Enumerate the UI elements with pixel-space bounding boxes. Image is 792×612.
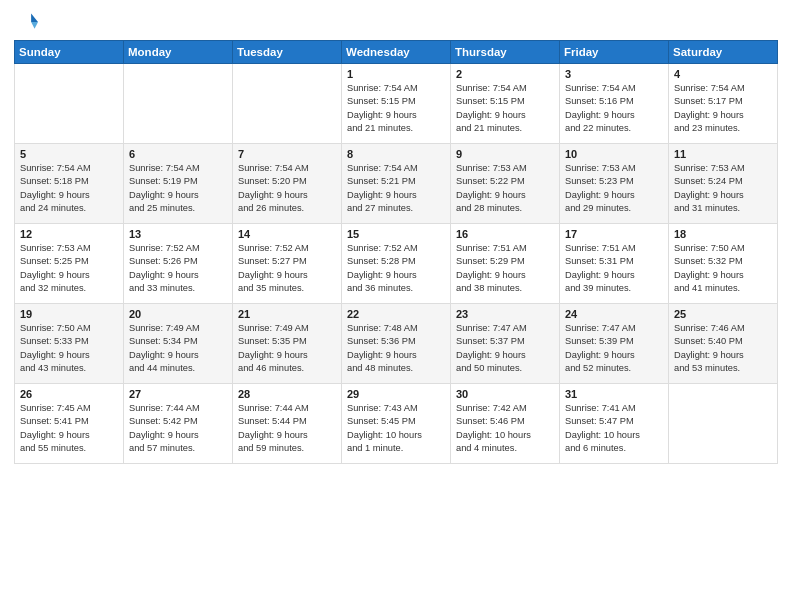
calendar-header-saturday: Saturday [669, 41, 778, 64]
day-number: 14 [238, 228, 336, 240]
day-info: Sunrise: 7:54 AM Sunset: 5:15 PM Dayligh… [347, 82, 445, 136]
day-number: 18 [674, 228, 772, 240]
day-number: 31 [565, 388, 663, 400]
day-info: Sunrise: 7:49 AM Sunset: 5:34 PM Dayligh… [129, 322, 227, 376]
day-number: 4 [674, 68, 772, 80]
calendar-cell: 16Sunrise: 7:51 AM Sunset: 5:29 PM Dayli… [451, 224, 560, 304]
calendar-cell: 6Sunrise: 7:54 AM Sunset: 5:19 PM Daylig… [124, 144, 233, 224]
calendar-cell: 23Sunrise: 7:47 AM Sunset: 5:37 PM Dayli… [451, 304, 560, 384]
page: SundayMondayTuesdayWednesdayThursdayFrid… [0, 0, 792, 612]
day-number: 6 [129, 148, 227, 160]
calendar-week-5: 26Sunrise: 7:45 AM Sunset: 5:41 PM Dayli… [15, 384, 778, 464]
day-info: Sunrise: 7:52 AM Sunset: 5:28 PM Dayligh… [347, 242, 445, 296]
calendar-header-tuesday: Tuesday [233, 41, 342, 64]
day-number: 16 [456, 228, 554, 240]
calendar-cell: 30Sunrise: 7:42 AM Sunset: 5:46 PM Dayli… [451, 384, 560, 464]
calendar-cell: 28Sunrise: 7:44 AM Sunset: 5:44 PM Dayli… [233, 384, 342, 464]
calendar-cell [233, 64, 342, 144]
day-number: 12 [20, 228, 118, 240]
calendar-header-row: SundayMondayTuesdayWednesdayThursdayFrid… [15, 41, 778, 64]
day-number: 19 [20, 308, 118, 320]
calendar-cell: 4Sunrise: 7:54 AM Sunset: 5:17 PM Daylig… [669, 64, 778, 144]
calendar-cell: 1Sunrise: 7:54 AM Sunset: 5:15 PM Daylig… [342, 64, 451, 144]
day-info: Sunrise: 7:53 AM Sunset: 5:24 PM Dayligh… [674, 162, 772, 216]
header [14, 10, 778, 34]
calendar-cell: 20Sunrise: 7:49 AM Sunset: 5:34 PM Dayli… [124, 304, 233, 384]
logo [14, 10, 42, 34]
calendar-cell: 8Sunrise: 7:54 AM Sunset: 5:21 PM Daylig… [342, 144, 451, 224]
calendar-header-sunday: Sunday [15, 41, 124, 64]
calendar-week-1: 1Sunrise: 7:54 AM Sunset: 5:15 PM Daylig… [15, 64, 778, 144]
logo-icon [14, 10, 38, 34]
calendar-cell: 21Sunrise: 7:49 AM Sunset: 5:35 PM Dayli… [233, 304, 342, 384]
calendar-header-friday: Friday [560, 41, 669, 64]
day-number: 7 [238, 148, 336, 160]
calendar-cell: 18Sunrise: 7:50 AM Sunset: 5:32 PM Dayli… [669, 224, 778, 304]
day-number: 10 [565, 148, 663, 160]
day-number: 25 [674, 308, 772, 320]
day-info: Sunrise: 7:47 AM Sunset: 5:39 PM Dayligh… [565, 322, 663, 376]
day-info: Sunrise: 7:53 AM Sunset: 5:25 PM Dayligh… [20, 242, 118, 296]
calendar-table: SundayMondayTuesdayWednesdayThursdayFrid… [14, 40, 778, 464]
day-number: 17 [565, 228, 663, 240]
svg-marker-0 [31, 13, 38, 22]
day-number: 3 [565, 68, 663, 80]
day-number: 15 [347, 228, 445, 240]
day-info: Sunrise: 7:51 AM Sunset: 5:29 PM Dayligh… [456, 242, 554, 296]
day-number: 23 [456, 308, 554, 320]
day-info: Sunrise: 7:50 AM Sunset: 5:33 PM Dayligh… [20, 322, 118, 376]
calendar-cell: 5Sunrise: 7:54 AM Sunset: 5:18 PM Daylig… [15, 144, 124, 224]
day-number: 8 [347, 148, 445, 160]
calendar-cell: 7Sunrise: 7:54 AM Sunset: 5:20 PM Daylig… [233, 144, 342, 224]
calendar-cell: 24Sunrise: 7:47 AM Sunset: 5:39 PM Dayli… [560, 304, 669, 384]
calendar-cell: 22Sunrise: 7:48 AM Sunset: 5:36 PM Dayli… [342, 304, 451, 384]
calendar-cell: 29Sunrise: 7:43 AM Sunset: 5:45 PM Dayli… [342, 384, 451, 464]
day-info: Sunrise: 7:45 AM Sunset: 5:41 PM Dayligh… [20, 402, 118, 456]
calendar-cell: 19Sunrise: 7:50 AM Sunset: 5:33 PM Dayli… [15, 304, 124, 384]
day-info: Sunrise: 7:53 AM Sunset: 5:22 PM Dayligh… [456, 162, 554, 216]
day-info: Sunrise: 7:41 AM Sunset: 5:47 PM Dayligh… [565, 402, 663, 456]
day-number: 20 [129, 308, 227, 320]
day-info: Sunrise: 7:47 AM Sunset: 5:37 PM Dayligh… [456, 322, 554, 376]
calendar-cell: 31Sunrise: 7:41 AM Sunset: 5:47 PM Dayli… [560, 384, 669, 464]
calendar-cell: 3Sunrise: 7:54 AM Sunset: 5:16 PM Daylig… [560, 64, 669, 144]
day-info: Sunrise: 7:54 AM Sunset: 5:16 PM Dayligh… [565, 82, 663, 136]
day-info: Sunrise: 7:52 AM Sunset: 5:27 PM Dayligh… [238, 242, 336, 296]
day-info: Sunrise: 7:50 AM Sunset: 5:32 PM Dayligh… [674, 242, 772, 296]
day-number: 24 [565, 308, 663, 320]
calendar-cell: 15Sunrise: 7:52 AM Sunset: 5:28 PM Dayli… [342, 224, 451, 304]
day-info: Sunrise: 7:54 AM Sunset: 5:17 PM Dayligh… [674, 82, 772, 136]
calendar-header-monday: Monday [124, 41, 233, 64]
calendar-cell: 11Sunrise: 7:53 AM Sunset: 5:24 PM Dayli… [669, 144, 778, 224]
day-number: 22 [347, 308, 445, 320]
day-info: Sunrise: 7:48 AM Sunset: 5:36 PM Dayligh… [347, 322, 445, 376]
calendar-cell: 2Sunrise: 7:54 AM Sunset: 5:15 PM Daylig… [451, 64, 560, 144]
day-number: 13 [129, 228, 227, 240]
calendar-cell [15, 64, 124, 144]
day-info: Sunrise: 7:52 AM Sunset: 5:26 PM Dayligh… [129, 242, 227, 296]
calendar-cell: 10Sunrise: 7:53 AM Sunset: 5:23 PM Dayli… [560, 144, 669, 224]
day-info: Sunrise: 7:44 AM Sunset: 5:42 PM Dayligh… [129, 402, 227, 456]
day-number: 30 [456, 388, 554, 400]
day-info: Sunrise: 7:42 AM Sunset: 5:46 PM Dayligh… [456, 402, 554, 456]
day-number: 5 [20, 148, 118, 160]
svg-marker-1 [31, 22, 38, 29]
calendar-cell: 27Sunrise: 7:44 AM Sunset: 5:42 PM Dayli… [124, 384, 233, 464]
calendar-cell: 26Sunrise: 7:45 AM Sunset: 5:41 PM Dayli… [15, 384, 124, 464]
day-info: Sunrise: 7:43 AM Sunset: 5:45 PM Dayligh… [347, 402, 445, 456]
calendar-cell: 12Sunrise: 7:53 AM Sunset: 5:25 PM Dayli… [15, 224, 124, 304]
calendar-cell: 14Sunrise: 7:52 AM Sunset: 5:27 PM Dayli… [233, 224, 342, 304]
calendar-header-thursday: Thursday [451, 41, 560, 64]
day-number: 26 [20, 388, 118, 400]
day-number: 21 [238, 308, 336, 320]
day-info: Sunrise: 7:51 AM Sunset: 5:31 PM Dayligh… [565, 242, 663, 296]
day-info: Sunrise: 7:46 AM Sunset: 5:40 PM Dayligh… [674, 322, 772, 376]
day-info: Sunrise: 7:54 AM Sunset: 5:15 PM Dayligh… [456, 82, 554, 136]
day-info: Sunrise: 7:49 AM Sunset: 5:35 PM Dayligh… [238, 322, 336, 376]
day-info: Sunrise: 7:44 AM Sunset: 5:44 PM Dayligh… [238, 402, 336, 456]
day-number: 9 [456, 148, 554, 160]
calendar-cell: 13Sunrise: 7:52 AM Sunset: 5:26 PM Dayli… [124, 224, 233, 304]
calendar-cell [124, 64, 233, 144]
day-info: Sunrise: 7:54 AM Sunset: 5:20 PM Dayligh… [238, 162, 336, 216]
calendar-cell: 25Sunrise: 7:46 AM Sunset: 5:40 PM Dayli… [669, 304, 778, 384]
